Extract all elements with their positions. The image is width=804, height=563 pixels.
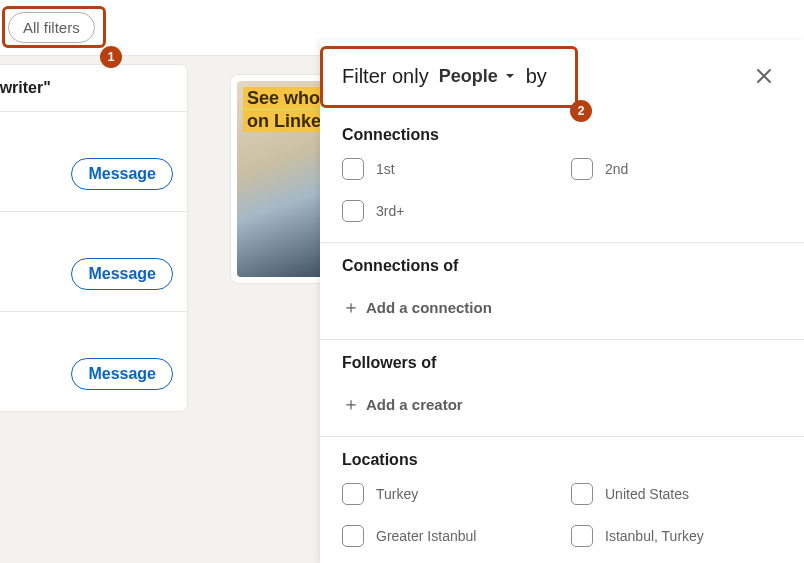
checkbox-location[interactable]: Istanbul, Turkey: [571, 525, 780, 547]
checkbox-icon: [571, 525, 593, 547]
checkbox-label: 3rd+: [376, 203, 404, 219]
checkbox-icon: [571, 483, 593, 505]
all-filters-pill[interactable]: All filters: [8, 12, 95, 43]
promo-line1: See who: [243, 87, 324, 109]
filter-panel: Filter only People by Connections 1st 2n…: [320, 40, 804, 563]
section-locations: Locations Turkey United States Greater I…: [320, 437, 804, 563]
section-followers-of: Followers of ＋ Add a creator: [320, 340, 804, 437]
add-connection-button[interactable]: ＋ Add a connection: [342, 289, 780, 333]
filter-suffix: by: [526, 65, 547, 88]
section-title-connections: Connections: [342, 126, 780, 144]
filter-panel-header: Filter only People by: [320, 40, 804, 112]
promo-line2: on Linke: [243, 110, 325, 132]
checkbox-icon: [571, 158, 593, 180]
checkbox-location[interactable]: Turkey: [342, 483, 551, 505]
message-button[interactable]: Message: [71, 258, 173, 290]
checkbox-label: 1st: [376, 161, 395, 177]
section-connections: Connections 1st 2nd 3rd+: [320, 112, 804, 243]
checkbox-label: Istanbul, Turkey: [605, 528, 704, 544]
checkbox-3rd-plus[interactable]: 3rd+: [342, 200, 551, 222]
close-icon: [755, 67, 773, 85]
close-button[interactable]: [748, 60, 780, 92]
checkbox-icon: [342, 483, 364, 505]
section-title-locations: Locations: [342, 451, 780, 469]
result-row: Message: [0, 211, 187, 311]
result-heading: pywriter": [0, 65, 187, 111]
checkbox-location[interactable]: Greater Istanbul: [342, 525, 551, 547]
connections-options: 1st 2nd 3rd+: [342, 158, 780, 222]
message-button[interactable]: Message: [71, 158, 173, 190]
checkbox-label: Greater Istanbul: [376, 528, 476, 544]
plus-icon: ＋: [342, 392, 360, 416]
message-button[interactable]: Message: [71, 358, 173, 390]
checkbox-icon: [342, 525, 364, 547]
filter-entity-label: People: [439, 66, 498, 87]
checkbox-label: 2nd: [605, 161, 628, 177]
add-connection-label: Add a connection: [366, 299, 492, 316]
locations-options: Turkey United States Greater Istanbul Is…: [342, 483, 780, 547]
section-title-connections-of: Connections of: [342, 257, 780, 275]
checkbox-icon: [342, 158, 364, 180]
add-creator-label: Add a creator: [366, 396, 463, 413]
results-card: pywriter" Message Message Message: [0, 64, 188, 412]
checkbox-location[interactable]: United States: [571, 483, 780, 505]
checkbox-icon: [342, 200, 364, 222]
result-row: Message: [0, 311, 187, 411]
filter-prefix: Filter only: [342, 65, 429, 88]
all-filters-label: All filters: [23, 19, 80, 36]
checkbox-label: Turkey: [376, 486, 418, 502]
add-creator-button[interactable]: ＋ Add a creator: [342, 386, 780, 430]
promo-text: See who on Linke: [243, 87, 325, 132]
checkbox-label: United States: [605, 486, 689, 502]
plus-icon: ＋: [342, 295, 360, 319]
result-row: Message: [0, 111, 187, 211]
section-connections-of: Connections of ＋ Add a connection: [320, 243, 804, 340]
caret-down-icon: [504, 70, 516, 82]
filter-entity-dropdown[interactable]: People: [439, 66, 516, 87]
checkbox-1st[interactable]: 1st: [342, 158, 551, 180]
checkbox-2nd[interactable]: 2nd: [571, 158, 780, 180]
section-title-followers-of: Followers of: [342, 354, 780, 372]
